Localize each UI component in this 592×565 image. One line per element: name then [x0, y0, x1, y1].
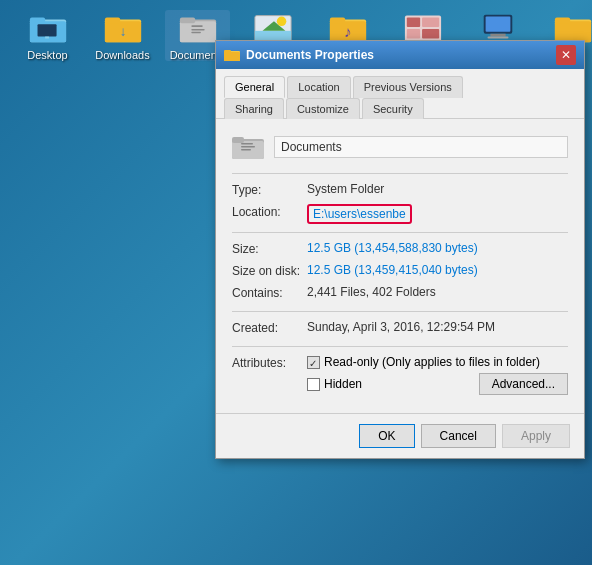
- dialog-title-area: Documents Properties: [224, 47, 374, 63]
- prop-location-row: Location: E:\users\essenbe: [232, 204, 568, 224]
- svg-rect-42: [241, 143, 253, 145]
- tab-location[interactable]: Location: [287, 76, 351, 98]
- prop-type-row: Type: System Folder: [232, 182, 568, 200]
- svg-point-19: [276, 17, 286, 27]
- prop-contains-row: Contains: 2,441 Files, 402 Folders: [232, 285, 568, 303]
- readonly-checkbox-row: ✓ Read-only (Only applies to files in fo…: [307, 355, 540, 369]
- svg-rect-4: [45, 37, 49, 39]
- svg-rect-28: [422, 29, 439, 39]
- svg-rect-26: [422, 18, 439, 28]
- prop-size-value: 12.5 GB (13,454,588,830 bytes): [307, 241, 568, 255]
- cancel-button[interactable]: Cancel: [421, 424, 496, 448]
- documents-folder-icon: [178, 10, 218, 46]
- divider-4: [232, 346, 568, 347]
- divider-1: [232, 173, 568, 174]
- readonly-checkbox[interactable]: ✓: [307, 356, 320, 369]
- svg-rect-44: [241, 149, 251, 151]
- attributes-controls: ✓ Read-only (Only applies to files in fo…: [307, 355, 568, 395]
- readonly-label: Read-only (Only applies to files in fold…: [324, 355, 540, 369]
- tab-security[interactable]: Security: [362, 98, 424, 119]
- svg-rect-3: [37, 24, 56, 36]
- svg-rect-12: [191, 25, 202, 27]
- prop-sizeondisk-value: 12.5 GB (13,459,415,040 bytes): [307, 263, 568, 277]
- tab-previous-versions[interactable]: Previous Versions: [353, 76, 463, 98]
- dialog-content: Type: System Folder Location: E:\users\e…: [216, 119, 584, 413]
- properties-dialog: Documents Properties ✕ General Location …: [215, 40, 585, 459]
- svg-rect-43: [241, 146, 255, 148]
- svg-rect-14: [191, 32, 201, 33]
- prop-size-label: Size:: [232, 241, 307, 256]
- svg-rect-30: [485, 17, 510, 32]
- downloads-label: Downloads: [95, 49, 149, 61]
- hidden-row: Hidden Advanced...: [307, 373, 568, 395]
- divider-2: [232, 232, 568, 233]
- tabs-row-1: General Location Previous Versions: [216, 69, 584, 97]
- svg-rect-41: [232, 137, 244, 143]
- dialog-footer: OK Cancel Apply: [216, 413, 584, 458]
- prop-created-label: Created:: [232, 320, 307, 335]
- svg-text:♪: ♪: [344, 23, 352, 40]
- dialog-folder-icon: [224, 47, 240, 63]
- readonly-left: ✓ Read-only (Only applies to files in fo…: [307, 355, 540, 369]
- svg-rect-22: [329, 18, 344, 24]
- dialog-title-text: Documents Properties: [246, 48, 374, 62]
- divider-3: [232, 311, 568, 312]
- prop-location-value: E:\users\essenbe: [307, 204, 568, 224]
- prop-sizeondisk-row: Size on disk: 12.5 GB (13,459,415,040 by…: [232, 263, 568, 281]
- desktop-folder-icon: [28, 10, 68, 46]
- advanced-button[interactable]: Advanced...: [479, 373, 568, 395]
- tabs-row-2: Sharing Customize Security: [216, 97, 584, 118]
- svg-text:↓: ↓: [119, 24, 126, 39]
- svg-rect-11: [179, 18, 194, 24]
- prop-sizeondisk-label: Size on disk:: [232, 263, 307, 278]
- svg-rect-13: [191, 29, 204, 30]
- hidden-checkbox-row: Hidden: [307, 377, 362, 391]
- prop-created-value: Sunday, April 3, 2016, 12:29:54 PM: [307, 320, 568, 334]
- desktop-icon[interactable]: Desktop: [15, 10, 80, 61]
- prop-type-value: System Folder: [307, 182, 568, 196]
- prop-contains-label: Contains:: [232, 285, 307, 300]
- prop-contains-value: 2,441 Files, 402 Folders: [307, 285, 568, 299]
- svg-rect-2: [29, 18, 44, 24]
- folder-name-row: [232, 133, 568, 161]
- tab-general[interactable]: General: [224, 76, 285, 98]
- tabs-container: General Location Previous Versions Shari…: [216, 69, 584, 119]
- svg-rect-10: [179, 21, 215, 42]
- svg-rect-32: [487, 37, 508, 39]
- readonly-checkmark: ✓: [308, 357, 319, 368]
- location-highlight-box: E:\users\essenbe: [307, 204, 412, 224]
- svg-text:✓: ✓: [309, 358, 317, 368]
- readonly-row: ✓ Read-only (Only applies to files in fo…: [307, 355, 568, 369]
- svg-rect-38: [224, 50, 231, 54]
- hidden-checkbox[interactable]: [307, 378, 320, 391]
- prop-created-row: Created: Sunday, April 3, 2016, 12:29:54…: [232, 320, 568, 338]
- content-folder-icon: [232, 133, 264, 161]
- prop-location-label: Location:: [232, 204, 307, 219]
- svg-rect-7: [104, 18, 119, 24]
- svg-rect-27: [406, 29, 419, 39]
- tab-sharing[interactable]: Sharing: [224, 98, 284, 119]
- prop-type-label: Type:: [232, 182, 307, 197]
- svg-rect-31: [490, 34, 505, 37]
- downloads-folder-icon: ↓: [103, 10, 143, 46]
- tab-customize[interactable]: Customize: [286, 98, 360, 119]
- prop-attributes-row: Attributes: ✓ Read-only (Only applie: [232, 355, 568, 395]
- desktop-label: Desktop: [27, 49, 67, 61]
- dialog-titlebar: Documents Properties ✕: [216, 41, 584, 69]
- prop-attributes-label: Attributes:: [232, 355, 307, 370]
- hidden-label: Hidden: [324, 377, 362, 391]
- prop-size-row: Size: 12.5 GB (13,454,588,830 bytes): [232, 241, 568, 259]
- svg-rect-25: [406, 18, 419, 28]
- svg-rect-35: [554, 18, 569, 24]
- folder-name-input[interactable]: [274, 136, 568, 158]
- ok-button[interactable]: OK: [359, 424, 414, 448]
- dialog-close-button[interactable]: ✕: [556, 45, 576, 65]
- apply-button[interactable]: Apply: [502, 424, 570, 448]
- downloads-icon[interactable]: ↓ Downloads: [90, 10, 155, 61]
